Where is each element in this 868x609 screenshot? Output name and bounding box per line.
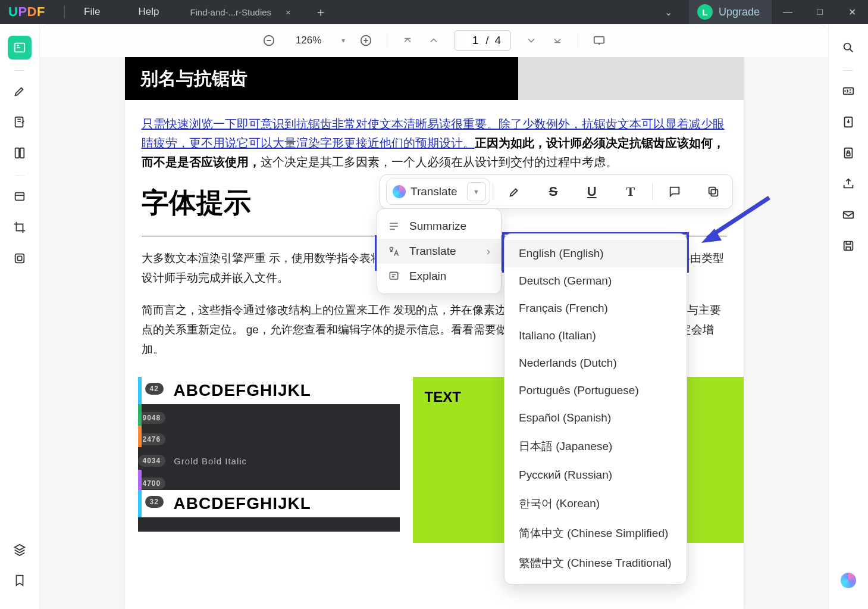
strikethrough-icon[interactable]: S <box>534 184 572 199</box>
tab-more-icon[interactable]: ⌄ <box>648 7 689 18</box>
language-menu: English (English) Deutsch (German) Franç… <box>504 233 687 585</box>
zoom-dropdown-icon[interactable]: ▾ <box>341 36 345 45</box>
underline-icon[interactable]: U <box>572 184 611 199</box>
add-tab-button[interactable]: ＋ <box>303 4 339 20</box>
page-current-input[interactable] <box>464 33 480 48</box>
svg-rect-3 <box>20 148 24 158</box>
lang-item[interactable]: Español (Spanish) <box>504 404 687 432</box>
close-icon[interactable]: × <box>286 7 291 17</box>
form-tool-icon[interactable] <box>8 185 32 208</box>
menu-help[interactable]: Help <box>119 6 178 18</box>
app-logo: UPDF <box>0 4 64 20</box>
lang-item[interactable]: Nederlands (Dutch) <box>504 349 687 377</box>
maximize-button[interactable]: □ <box>804 0 836 24</box>
title-bar: UPDF File Help Find-and-...r-Studies × ＋… <box>0 0 868 24</box>
page-prev-icon[interactable] <box>428 35 440 46</box>
zoom-level[interactable]: 126% <box>290 35 327 46</box>
svg-rect-4 <box>15 193 24 201</box>
explain-item[interactable]: Explain <box>377 264 501 289</box>
page-total: 4 <box>495 34 502 47</box>
svg-rect-6 <box>17 256 21 260</box>
tutorial-arrow-icon <box>698 194 775 248</box>
zoom-out-button[interactable] <box>262 34 275 47</box>
share-icon[interactable] <box>836 172 860 196</box>
upgrade-button[interactable]: L Upgrade <box>689 0 772 24</box>
highlighter-tool-icon[interactable] <box>8 79 32 103</box>
bookmark-icon[interactable] <box>8 569 32 592</box>
document-toolbar: 126% ▾ / 4 <box>40 24 828 57</box>
left-sidebar <box>0 24 40 609</box>
lang-item[interactable]: Русский (Russian) <box>504 461 687 489</box>
page-counter[interactable]: / 4 <box>454 30 511 51</box>
svg-rect-18 <box>844 212 854 218</box>
ai-assistant-icon[interactable] <box>836 569 860 592</box>
reader-tool-icon[interactable] <box>8 36 32 60</box>
email-icon[interactable] <box>836 203 860 227</box>
minimize-button[interactable]: — <box>772 0 804 24</box>
lang-item[interactable]: Português (Portuguese) <box>504 377 687 404</box>
window-close-button[interactable]: ✕ <box>836 0 868 24</box>
page-last-icon[interactable] <box>551 35 563 46</box>
selection-toolbar: Translate ▼ S U T <box>380 174 733 209</box>
lang-item[interactable]: English (English) <box>504 240 687 267</box>
user-avatar: L <box>697 4 713 20</box>
comment-icon[interactable] <box>655 185 694 198</box>
svg-rect-5 <box>15 254 24 263</box>
lang-item[interactable]: Italiano (Italian) <box>504 322 687 349</box>
lang-item[interactable]: Deutsch (German) <box>504 267 687 295</box>
lang-item[interactable]: Français (French) <box>504 295 687 322</box>
search-icon[interactable] <box>836 36 860 60</box>
banner-image <box>518 57 744 100</box>
edit-tool-icon[interactable] <box>8 110 32 134</box>
svg-point-13 <box>844 43 851 50</box>
right-sidebar <box>828 24 868 609</box>
translate-dropdown-button[interactable]: ▼ <box>467 182 486 201</box>
svg-rect-17 <box>847 153 850 156</box>
ai-orb-icon <box>393 185 406 198</box>
lang-item[interactable]: 日本語 (Japanese) <box>504 432 687 461</box>
svg-rect-9 <box>594 37 604 43</box>
ai-actions-menu: Summarize Translate › Explain <box>377 208 502 294</box>
text-icon[interactable]: T <box>611 184 650 199</box>
presentation-icon[interactable] <box>593 34 606 47</box>
summarize-item[interactable]: Summarize <box>377 214 501 239</box>
highlighter-icon[interactable] <box>496 185 534 198</box>
font-sprite-image: 42ABCDEFGHIJKL 9048 2476 4034Grold Bold … <box>138 377 400 532</box>
layers-icon[interactable] <box>8 538 32 561</box>
banner-title: 别名与抗锯齿 <box>125 57 518 100</box>
lang-item[interactable]: 繁體中文 (Chinese Traditional) <box>504 548 687 578</box>
lang-item[interactable]: 简体中文 (Chinese Simplified) <box>504 519 687 548</box>
compress-icon[interactable] <box>836 110 860 134</box>
document-tab[interactable]: Find-and-...r-Studies × <box>178 0 303 24</box>
translate-item[interactable]: Translate › <box>377 239 501 264</box>
page-next-icon[interactable] <box>525 35 537 46</box>
svg-rect-2 <box>15 148 19 158</box>
save-icon[interactable] <box>836 234 860 258</box>
page-tool-icon[interactable] <box>8 141 32 165</box>
ai-translate-button[interactable]: Translate ▼ <box>386 179 490 205</box>
highlighted-paragraph[interactable]: 只需快速浏览一下即可意识到抗锯齿非常对使文本清晰易读很重要。除了少数例外，抗锯齿… <box>125 100 744 171</box>
tab-title: Find-and-...r-Studies <box>190 7 271 17</box>
svg-rect-12 <box>390 272 397 279</box>
svg-rect-11 <box>709 188 715 194</box>
redact-tool-icon[interactable] <box>8 246 32 270</box>
zoom-in-button[interactable] <box>359 34 372 47</box>
crop-tool-icon[interactable] <box>8 216 32 239</box>
lang-item[interactable]: 한국어 (Korean) <box>504 489 687 519</box>
svg-rect-19 <box>844 242 853 251</box>
page-first-icon[interactable] <box>402 35 413 46</box>
protect-icon[interactable] <box>836 141 860 165</box>
ocr-icon[interactable] <box>836 79 860 103</box>
menu-file[interactable]: File <box>65 6 119 18</box>
